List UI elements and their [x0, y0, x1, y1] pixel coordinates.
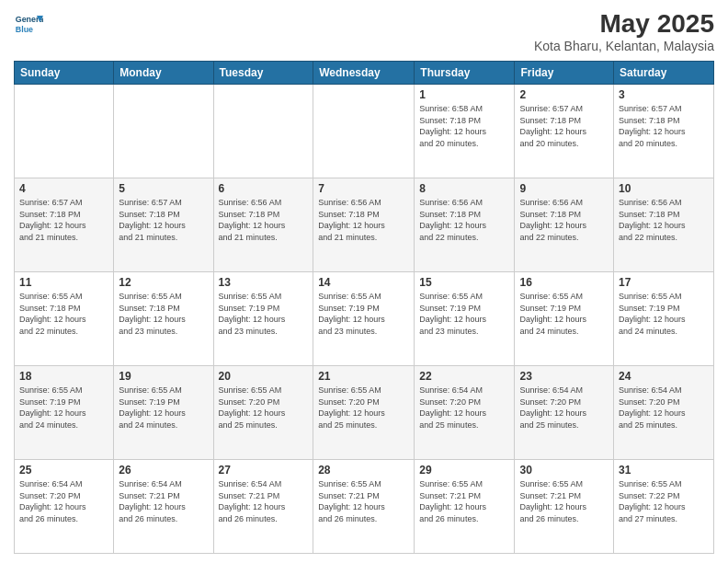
calendar-cell: 12Sunrise: 6:55 AM Sunset: 7:18 PM Dayli…	[114, 272, 213, 366]
day-number: 28	[318, 464, 409, 477]
calendar-cell	[15, 85, 114, 178]
day-number: 21	[318, 370, 409, 383]
week-row-5: 25Sunrise: 6:54 AM Sunset: 7:20 PM Dayli…	[15, 460, 714, 554]
day-number: 30	[519, 464, 609, 477]
day-info: Sunrise: 6:55 AM Sunset: 7:19 PM Dayligh…	[519, 291, 609, 337]
week-row-2: 4Sunrise: 6:57 AM Sunset: 7:18 PM Daylig…	[15, 178, 714, 272]
day-number: 15	[419, 276, 509, 289]
calendar-cell: 14Sunrise: 6:55 AM Sunset: 7:19 PM Dayli…	[313, 272, 415, 366]
calendar-cell: 21Sunrise: 6:55 AM Sunset: 7:20 PM Dayli…	[313, 366, 415, 460]
day-info: Sunrise: 6:55 AM Sunset: 7:18 PM Dayligh…	[119, 291, 208, 337]
day-info: Sunrise: 6:56 AM Sunset: 7:18 PM Dayligh…	[519, 197, 609, 243]
day-info: Sunrise: 6:55 AM Sunset: 7:19 PM Dayligh…	[318, 291, 409, 337]
day-number: 14	[318, 276, 409, 289]
day-info: Sunrise: 6:55 AM Sunset: 7:19 PM Dayligh…	[119, 385, 208, 431]
main-title: May 2025	[534, 9, 714, 39]
calendar-cell: 13Sunrise: 6:55 AM Sunset: 7:19 PM Dayli…	[213, 272, 313, 366]
day-number: 12	[119, 276, 208, 289]
day-info: Sunrise: 6:55 AM Sunset: 7:20 PM Dayligh…	[318, 385, 409, 431]
calendar-cell: 29Sunrise: 6:55 AM Sunset: 7:21 PM Dayli…	[415, 460, 515, 554]
day-number: 5	[119, 182, 208, 195]
day-header-sunday: Sunday	[15, 62, 114, 85]
day-number: 18	[19, 370, 108, 383]
day-info: Sunrise: 6:55 AM Sunset: 7:18 PM Dayligh…	[19, 291, 108, 337]
calendar-cell: 9Sunrise: 6:56 AM Sunset: 7:18 PM Daylig…	[515, 178, 614, 272]
day-header-monday: Monday	[114, 62, 213, 85]
calendar-cell: 10Sunrise: 6:56 AM Sunset: 7:18 PM Dayli…	[614, 178, 714, 272]
day-info: Sunrise: 6:54 AM Sunset: 7:20 PM Dayligh…	[19, 478, 108, 524]
day-info: Sunrise: 6:57 AM Sunset: 7:18 PM Dayligh…	[19, 197, 108, 243]
day-number: 2	[519, 88, 609, 101]
day-number: 20	[219, 370, 309, 383]
calendar-cell: 7Sunrise: 6:56 AM Sunset: 7:18 PM Daylig…	[313, 178, 415, 272]
day-info: Sunrise: 6:55 AM Sunset: 7:19 PM Dayligh…	[619, 291, 709, 337]
calendar-cell: 19Sunrise: 6:55 AM Sunset: 7:19 PM Dayli…	[114, 366, 213, 460]
day-number: 4	[19, 182, 108, 195]
calendar-cell: 24Sunrise: 6:54 AM Sunset: 7:20 PM Dayli…	[614, 366, 714, 460]
week-row-4: 18Sunrise: 6:55 AM Sunset: 7:19 PM Dayli…	[15, 366, 714, 460]
day-number: 11	[19, 276, 108, 289]
day-number: 16	[519, 276, 609, 289]
day-number: 7	[318, 182, 409, 195]
calendar-cell: 30Sunrise: 6:55 AM Sunset: 7:21 PM Dayli…	[515, 460, 614, 554]
calendar-cell: 28Sunrise: 6:55 AM Sunset: 7:21 PM Dayli…	[313, 460, 415, 554]
day-info: Sunrise: 6:54 AM Sunset: 7:20 PM Dayligh…	[619, 385, 709, 431]
logo-icon: General Blue	[14, 9, 43, 39]
calendar-cell: 16Sunrise: 6:55 AM Sunset: 7:19 PM Dayli…	[515, 272, 614, 366]
calendar-cell	[313, 85, 415, 178]
day-number: 23	[519, 370, 609, 383]
calendar-cell: 5Sunrise: 6:57 AM Sunset: 7:18 PM Daylig…	[114, 178, 213, 272]
day-info: Sunrise: 6:56 AM Sunset: 7:18 PM Dayligh…	[619, 197, 709, 243]
day-info: Sunrise: 6:55 AM Sunset: 7:21 PM Dayligh…	[318, 478, 409, 524]
day-header-wednesday: Wednesday	[313, 62, 415, 85]
calendar-cell: 25Sunrise: 6:54 AM Sunset: 7:20 PM Dayli…	[15, 460, 114, 554]
calendar-cell: 4Sunrise: 6:57 AM Sunset: 7:18 PM Daylig…	[15, 178, 114, 272]
day-info: Sunrise: 6:54 AM Sunset: 7:21 PM Dayligh…	[119, 478, 208, 524]
calendar-cell: 31Sunrise: 6:55 AM Sunset: 7:22 PM Dayli…	[614, 460, 714, 554]
day-info: Sunrise: 6:56 AM Sunset: 7:18 PM Dayligh…	[419, 197, 509, 243]
day-header-saturday: Saturday	[614, 62, 714, 85]
header-row: SundayMondayTuesdayWednesdayThursdayFrid…	[15, 62, 714, 85]
day-info: Sunrise: 6:56 AM Sunset: 7:18 PM Dayligh…	[219, 197, 309, 243]
day-info: Sunrise: 6:56 AM Sunset: 7:18 PM Dayligh…	[318, 197, 409, 243]
day-info: Sunrise: 6:57 AM Sunset: 7:18 PM Dayligh…	[619, 103, 709, 149]
calendar-cell	[213, 85, 313, 178]
calendar-cell: 23Sunrise: 6:54 AM Sunset: 7:20 PM Dayli…	[515, 366, 614, 460]
calendar-table: SundayMondayTuesdayWednesdayThursdayFrid…	[14, 61, 714, 554]
day-number: 22	[419, 370, 509, 383]
day-number: 9	[519, 182, 609, 195]
day-info: Sunrise: 6:55 AM Sunset: 7:19 PM Dayligh…	[219, 291, 309, 337]
day-number: 17	[619, 276, 709, 289]
page: General Blue May 2025 Kota Bharu, Kelant…	[0, 0, 728, 563]
day-number: 29	[419, 464, 509, 477]
day-header-friday: Friday	[515, 62, 614, 85]
day-header-thursday: Thursday	[415, 62, 515, 85]
calendar-cell: 18Sunrise: 6:55 AM Sunset: 7:19 PM Dayli…	[15, 366, 114, 460]
day-info: Sunrise: 6:55 AM Sunset: 7:19 PM Dayligh…	[19, 385, 108, 431]
day-info: Sunrise: 6:55 AM Sunset: 7:21 PM Dayligh…	[419, 478, 509, 524]
day-number: 13	[219, 276, 309, 289]
day-number: 8	[419, 182, 509, 195]
header: General Blue May 2025 Kota Bharu, Kelant…	[14, 9, 714, 53]
day-number: 27	[219, 464, 309, 477]
day-number: 19	[119, 370, 208, 383]
day-info: Sunrise: 6:55 AM Sunset: 7:20 PM Dayligh…	[219, 385, 309, 431]
calendar-cell: 20Sunrise: 6:55 AM Sunset: 7:20 PM Dayli…	[213, 366, 313, 460]
calendar-cell: 15Sunrise: 6:55 AM Sunset: 7:19 PM Dayli…	[415, 272, 515, 366]
day-number: 3	[619, 88, 709, 101]
calendar-cell: 6Sunrise: 6:56 AM Sunset: 7:18 PM Daylig…	[213, 178, 313, 272]
day-number: 25	[19, 464, 108, 477]
day-number: 31	[619, 464, 709, 477]
calendar-cell: 8Sunrise: 6:56 AM Sunset: 7:18 PM Daylig…	[415, 178, 515, 272]
day-info: Sunrise: 6:58 AM Sunset: 7:18 PM Dayligh…	[419, 103, 509, 149]
calendar-cell: 3Sunrise: 6:57 AM Sunset: 7:18 PM Daylig…	[614, 85, 714, 178]
subtitle: Kota Bharu, Kelantan, Malaysia	[534, 39, 714, 53]
day-number: 1	[419, 88, 509, 101]
day-info: Sunrise: 6:57 AM Sunset: 7:18 PM Dayligh…	[519, 103, 609, 149]
calendar-cell: 17Sunrise: 6:55 AM Sunset: 7:19 PM Dayli…	[614, 272, 714, 366]
calendar-cell	[114, 85, 213, 178]
logo: General Blue	[14, 9, 43, 39]
day-number: 24	[619, 370, 709, 383]
calendar-cell: 27Sunrise: 6:54 AM Sunset: 7:21 PM Dayli…	[213, 460, 313, 554]
day-info: Sunrise: 6:55 AM Sunset: 7:22 PM Dayligh…	[619, 478, 709, 524]
